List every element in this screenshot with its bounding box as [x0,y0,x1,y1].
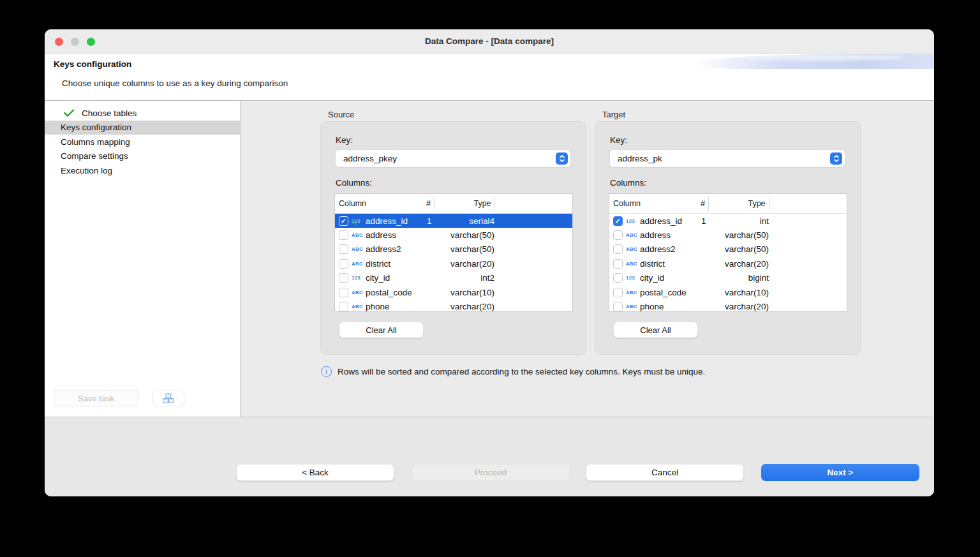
column-row-district[interactable]: ABCdistrictvarchar(20) [335,256,572,271]
sidebar-step-compare-settings[interactable]: Compare settings [45,149,240,164]
row-checkbox[interactable] [339,216,348,226]
next-button[interactable]: Next > [761,464,919,481]
step-label: Execution log [61,166,112,175]
wizard-steps-sidebar: Choose tablesKeys configurationColumns m… [45,101,241,417]
info-text: Rows will be sorted and compared accordi… [338,367,705,376]
column-row-address_id[interactable]: 123address_id1int [609,214,847,228]
source-key-value: address_pkey [343,150,397,167]
key-label: Key: [610,135,627,145]
row-checkbox[interactable] [339,259,348,269]
dropdown-stepper-icon[interactable] [556,152,568,165]
step-label: Keys configuration [61,123,131,132]
column-row-address[interactable]: ABCaddressvarchar(50) [335,228,572,242]
column-name: address2 [640,244,676,254]
row-checkbox[interactable] [613,302,623,311]
column-name: district [640,259,665,269]
task-button[interactable] [152,390,184,406]
sidebar-step-choose-tables[interactable]: Choose tables [45,106,240,121]
column-row-address2[interactable]: ABCaddress2varchar(50) [609,242,847,256]
back-button[interactable]: < Back [236,464,394,481]
column-name: phone [640,302,664,311]
source-panel-label: Source [328,110,354,119]
column-type: varchar(20) [437,259,494,269]
source-key-dropdown[interactable]: address_pkey [336,150,570,167]
column-row-phone[interactable]: ABCphonevarchar(20) [609,299,847,312]
column-type: varchar(50) [437,230,494,240]
table-body: 123address_id1serial4ABCaddressvarchar(5… [335,214,572,312]
column-row-city_id[interactable]: 123city_idbigint [609,271,847,285]
info-circle-icon: i [321,366,332,377]
key-label: Key: [336,135,353,145]
column-row-postal_code[interactable]: ABCpostal_codevarchar(10) [609,285,847,299]
header-column: Column [339,199,366,208]
column-type-icon-string: ABC [352,246,366,252]
column-name: city_id [366,273,390,283]
column-type-icon-string: ABC [626,304,640,309]
header-column: Column [613,199,641,208]
column-row-city_id[interactable]: 123city_idint2 [335,271,572,285]
step-label: Columns mapping [61,137,130,147]
header-separator [494,197,495,211]
row-checkbox[interactable] [339,230,348,240]
column-ordinal: 1 [701,216,706,226]
target-panel: Key: address_pk Columns: Column # [595,121,861,355]
column-name: phone [366,302,390,311]
save-task-button[interactable]: Save task [54,390,138,406]
column-type-icon-string: ABC [626,246,640,252]
step-completed-check [64,108,78,117]
column-row-address_id[interactable]: 123address_id1serial4 [335,214,572,228]
row-checkbox[interactable] [613,259,623,269]
primary-key-icon [351,220,357,227]
target-key-dropdown[interactable]: address_pk [610,150,845,167]
wizard-content: Choose tablesKeys configurationColumns m… [45,101,934,417]
green-check-icon [64,109,75,117]
header-separator [769,197,769,211]
column-row-phone[interactable]: ABCphonevarchar(20) [335,299,572,312]
row-checkbox[interactable] [613,216,623,226]
column-row-district[interactable]: ABCdistrictvarchar(20) [609,256,847,271]
zoom-button[interactable] [87,38,95,46]
proceed-button[interactable]: Proceed [412,464,570,481]
source-panel: Key: address_pkey Columns: Column # [320,121,586,355]
row-checkbox[interactable] [339,302,348,311]
column-name: district [366,259,390,269]
column-type-icon-string: ABC [352,304,366,309]
row-checkbox[interactable] [613,244,623,254]
target-clear-all-button[interactable]: Clear All [613,322,698,338]
dropdown-stepper-icon[interactable] [830,152,842,165]
column-type: varchar(10) [711,288,769,297]
column-row-address2[interactable]: ABCaddress2varchar(50) [335,242,572,256]
column-type: serial4 [437,216,494,226]
header-type: Type [728,199,785,208]
column-row-postal_code[interactable]: ABCpostal_codevarchar(10) [335,285,572,299]
column-type: varchar(20) [711,259,769,269]
banner-swoosh-decoration [697,54,934,69]
source-clear-all-button[interactable]: Clear All [339,322,424,338]
row-checkbox[interactable] [613,288,623,297]
column-row-address[interactable]: ABCaddressvarchar(50) [609,228,847,242]
sidebar-step-keys-configuration[interactable]: Keys configuration [45,121,240,135]
header-separator [708,197,709,211]
step-label: Compare settings [61,151,128,161]
header-ordinal: # [426,199,431,208]
row-checkbox[interactable] [339,244,348,254]
column-type-icon-string: ABC [626,261,640,267]
row-checkbox[interactable] [339,273,348,283]
row-checkbox[interactable] [613,230,623,240]
sidebar-step-execution-log[interactable]: Execution log [45,163,240,178]
wizard-header: Keys configuration Choose unique columns… [45,54,934,101]
column-type-icon-string: ABC [352,232,366,238]
cancel-button[interactable]: Cancel [586,464,744,481]
title-bar: Data Compare - [Data compare] [45,29,934,54]
column-name: city_id [640,273,664,283]
column-name: postal_code [640,288,687,297]
wizard-footer: < Back Proceed Cancel Next > [45,417,934,496]
column-type: bigint [711,273,769,283]
close-button[interactable] [55,38,63,46]
sidebar-step-columns-mapping[interactable]: Columns mapping [45,135,240,149]
keys-configuration-page: Source Key: address_pkey Columns: Colum [241,101,934,417]
column-type-icon-numeric: 123 [626,218,640,224]
row-checkbox[interactable] [339,288,348,297]
minimize-button[interactable] [71,38,79,46]
row-checkbox[interactable] [613,273,623,283]
